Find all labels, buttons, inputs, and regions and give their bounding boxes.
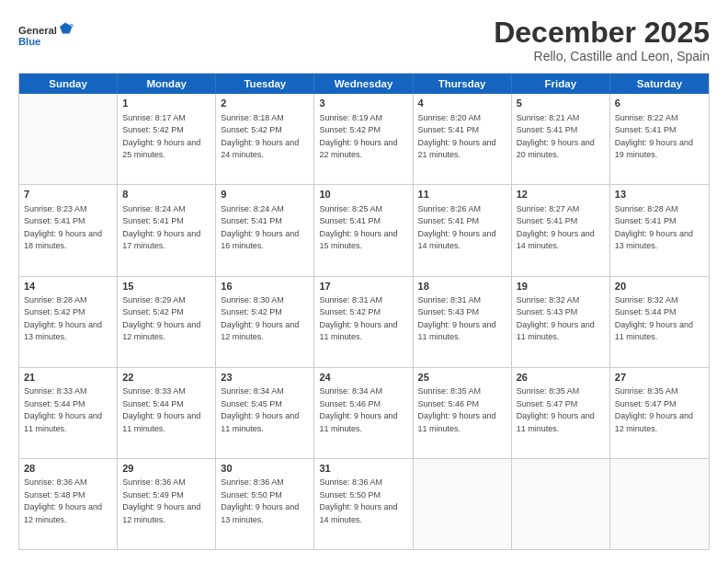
- header-day-thursday: Thursday: [414, 74, 512, 94]
- page: General Blue December 2025 Rello, Castil…: [0, 0, 728, 563]
- calendar-cell: [610, 459, 709, 549]
- calendar: SundayMondayTuesdayWednesdayThursdayFrid…: [18, 73, 710, 550]
- calendar-cell: 14Sunrise: 8:28 AM Sunset: 5:42 PM Dayli…: [19, 277, 118, 367]
- calendar-cell: 22Sunrise: 8:33 AM Sunset: 5:44 PM Dayli…: [118, 368, 216, 458]
- calendar-cell: 4Sunrise: 8:20 AM Sunset: 5:41 PM Daylig…: [414, 94, 512, 184]
- day-number: 7: [24, 188, 112, 201]
- calendar-cell: 12Sunrise: 8:27 AM Sunset: 5:41 PM Dayli…: [512, 185, 610, 275]
- calendar-cell: 15Sunrise: 8:29 AM Sunset: 5:42 PM Dayli…: [118, 277, 216, 367]
- day-info: Sunrise: 8:32 AM Sunset: 5:44 PM Dayligh…: [615, 294, 704, 344]
- day-number: 6: [615, 97, 704, 110]
- calendar-body: 1Sunrise: 8:17 AM Sunset: 5:42 PM Daylig…: [19, 94, 709, 549]
- calendar-cell: 13Sunrise: 8:28 AM Sunset: 5:41 PM Dayli…: [610, 185, 709, 275]
- day-number: 12: [517, 188, 605, 201]
- day-number: 27: [615, 371, 704, 385]
- header-day-sunday: Sunday: [19, 74, 118, 94]
- calendar-cell: 23Sunrise: 8:34 AM Sunset: 5:45 PM Dayli…: [216, 368, 314, 458]
- day-number: 17: [319, 280, 407, 293]
- calendar-cell: 16Sunrise: 8:30 AM Sunset: 5:42 PM Dayli…: [216, 277, 314, 367]
- day-info: Sunrise: 8:32 AM Sunset: 5:43 PM Dayligh…: [517, 294, 605, 344]
- calendar-cell: [19, 94, 118, 184]
- day-number: 29: [122, 462, 210, 476]
- main-title: December 2025: [494, 17, 710, 49]
- day-number: 18: [418, 280, 506, 293]
- calendar-cell: 19Sunrise: 8:32 AM Sunset: 5:43 PM Dayli…: [512, 277, 610, 367]
- calendar-cell: 11Sunrise: 8:26 AM Sunset: 5:41 PM Dayli…: [414, 185, 512, 275]
- day-info: Sunrise: 8:26 AM Sunset: 5:41 PM Dayligh…: [418, 203, 506, 253]
- calendar-cell: 5Sunrise: 8:21 AM Sunset: 5:41 PM Daylig…: [512, 94, 610, 184]
- day-info: Sunrise: 8:35 AM Sunset: 5:47 PM Dayligh…: [517, 385, 605, 435]
- day-number: 11: [418, 188, 506, 201]
- calendar-cell: [414, 459, 512, 549]
- day-info: Sunrise: 8:34 AM Sunset: 5:45 PM Dayligh…: [221, 385, 309, 435]
- header-day-saturday: Saturday: [610, 74, 709, 94]
- day-number: 20: [615, 280, 704, 293]
- day-number: 1: [122, 97, 210, 110]
- calendar-cell: 29Sunrise: 8:36 AM Sunset: 5:49 PM Dayli…: [118, 459, 216, 549]
- header-day-tuesday: Tuesday: [216, 74, 314, 94]
- svg-text:General: General: [18, 25, 57, 36]
- calendar-week-3: 14Sunrise: 8:28 AM Sunset: 5:42 PM Dayli…: [19, 276, 709, 367]
- header-day-wednesday: Wednesday: [314, 74, 413, 94]
- calendar-cell: 28Sunrise: 8:36 AM Sunset: 5:48 PM Dayli…: [19, 459, 118, 549]
- day-number: 31: [319, 462, 407, 476]
- day-number: 5: [517, 97, 605, 110]
- day-number: 15: [122, 280, 210, 293]
- day-number: 14: [24, 280, 112, 293]
- day-info: Sunrise: 8:35 AM Sunset: 5:47 PM Dayligh…: [615, 385, 704, 435]
- logo-svg: General Blue: [18, 17, 74, 53]
- day-number: 8: [122, 188, 210, 201]
- calendar-header: SundayMondayTuesdayWednesdayThursdayFrid…: [19, 74, 709, 94]
- calendar-week-5: 28Sunrise: 8:36 AM Sunset: 5:48 PM Dayli…: [19, 458, 709, 549]
- title-block: December 2025 Rello, Castille and Leon, …: [494, 17, 710, 63]
- calendar-cell: 24Sunrise: 8:34 AM Sunset: 5:46 PM Dayli…: [314, 368, 413, 458]
- calendar-cell: 30Sunrise: 8:36 AM Sunset: 5:50 PM Dayli…: [216, 459, 314, 549]
- calendar-cell: 1Sunrise: 8:17 AM Sunset: 5:42 PM Daylig…: [118, 94, 216, 184]
- day-info: Sunrise: 8:20 AM Sunset: 5:41 PM Dayligh…: [418, 112, 506, 162]
- day-number: 16: [221, 280, 309, 293]
- day-info: Sunrise: 8:17 AM Sunset: 5:42 PM Dayligh…: [122, 112, 210, 162]
- calendar-cell: 20Sunrise: 8:32 AM Sunset: 5:44 PM Dayli…: [610, 277, 709, 367]
- day-info: Sunrise: 8:28 AM Sunset: 5:41 PM Dayligh…: [615, 203, 704, 253]
- day-info: Sunrise: 8:29 AM Sunset: 5:42 PM Dayligh…: [122, 294, 210, 344]
- day-info: Sunrise: 8:22 AM Sunset: 5:41 PM Dayligh…: [615, 112, 704, 162]
- day-number: 10: [319, 188, 407, 201]
- day-number: 4: [418, 97, 506, 110]
- day-number: 22: [122, 371, 210, 385]
- day-info: Sunrise: 8:34 AM Sunset: 5:46 PM Dayligh…: [319, 385, 407, 435]
- day-info: Sunrise: 8:23 AM Sunset: 5:41 PM Dayligh…: [24, 203, 112, 253]
- calendar-cell: 27Sunrise: 8:35 AM Sunset: 5:47 PM Dayli…: [610, 368, 709, 458]
- calendar-cell: 26Sunrise: 8:35 AM Sunset: 5:47 PM Dayli…: [512, 368, 610, 458]
- day-number: 9: [221, 188, 309, 201]
- header-day-monday: Monday: [118, 74, 216, 94]
- calendar-cell: [512, 459, 610, 549]
- day-number: 21: [24, 371, 112, 385]
- day-info: Sunrise: 8:30 AM Sunset: 5:42 PM Dayligh…: [221, 294, 309, 344]
- calendar-cell: 6Sunrise: 8:22 AM Sunset: 5:41 PM Daylig…: [610, 94, 709, 184]
- day-info: Sunrise: 8:33 AM Sunset: 5:44 PM Dayligh…: [122, 385, 210, 435]
- day-number: 28: [24, 462, 112, 476]
- subtitle: Rello, Castille and Leon, Spain: [494, 49, 710, 63]
- calendar-cell: 10Sunrise: 8:25 AM Sunset: 5:41 PM Dayli…: [314, 185, 413, 275]
- calendar-cell: 3Sunrise: 8:19 AM Sunset: 5:42 PM Daylig…: [314, 94, 413, 184]
- day-info: Sunrise: 8:35 AM Sunset: 5:46 PM Dayligh…: [418, 385, 506, 435]
- calendar-cell: 8Sunrise: 8:24 AM Sunset: 5:41 PM Daylig…: [118, 185, 216, 275]
- day-number: 25: [418, 371, 506, 385]
- day-info: Sunrise: 8:36 AM Sunset: 5:48 PM Dayligh…: [24, 477, 112, 526]
- calendar-week-2: 7Sunrise: 8:23 AM Sunset: 5:41 PM Daylig…: [19, 184, 709, 275]
- day-number: 30: [221, 462, 309, 476]
- day-number: 26: [517, 371, 605, 385]
- day-info: Sunrise: 8:24 AM Sunset: 5:41 PM Dayligh…: [221, 203, 309, 253]
- day-number: 2: [221, 97, 309, 110]
- calendar-cell: 9Sunrise: 8:24 AM Sunset: 5:41 PM Daylig…: [216, 185, 314, 275]
- calendar-cell: 18Sunrise: 8:31 AM Sunset: 5:43 PM Dayli…: [414, 277, 512, 367]
- day-number: 3: [319, 97, 407, 110]
- day-info: Sunrise: 8:33 AM Sunset: 5:44 PM Dayligh…: [24, 385, 112, 435]
- day-info: Sunrise: 8:31 AM Sunset: 5:42 PM Dayligh…: [319, 294, 407, 344]
- calendar-cell: 17Sunrise: 8:31 AM Sunset: 5:42 PM Dayli…: [314, 277, 413, 367]
- day-info: Sunrise: 8:28 AM Sunset: 5:42 PM Dayligh…: [24, 294, 112, 344]
- day-info: Sunrise: 8:19 AM Sunset: 5:42 PM Dayligh…: [319, 112, 407, 162]
- calendar-cell: 31Sunrise: 8:36 AM Sunset: 5:50 PM Dayli…: [314, 459, 413, 549]
- calendar-cell: 21Sunrise: 8:33 AM Sunset: 5:44 PM Dayli…: [19, 368, 118, 458]
- svg-text:Blue: Blue: [18, 36, 40, 47]
